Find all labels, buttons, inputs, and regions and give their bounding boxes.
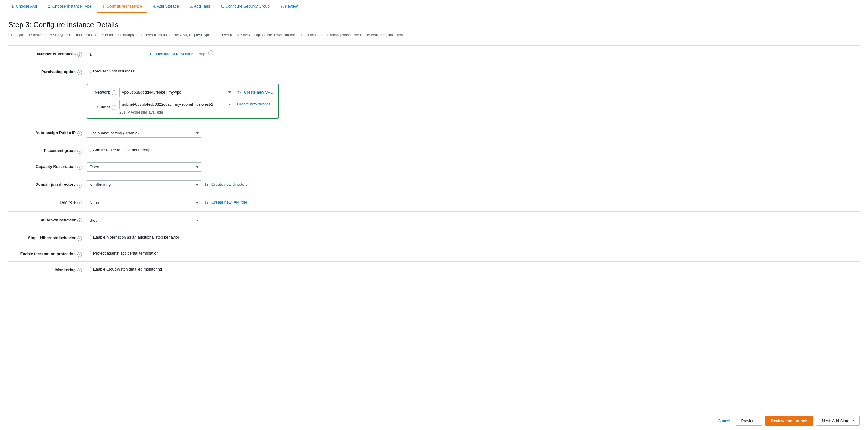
page-content: Step 3: Configure Instance Details Confi… [0, 13, 868, 296]
create-new-subnet-link[interactable]: Create new subnet [237, 102, 270, 106]
monitoring-info-icon[interactable]: i [77, 268, 82, 273]
subnet-select[interactable]: subnet-0d7bb4edc0322c6ac | my-subnet | u… [119, 100, 234, 109]
shutdown-behavior-row: Shutdown behavior i Stop Terminate [8, 212, 860, 229]
subnet-select-group: subnet-0d7bb4edc0322c6ac | my-subnet | u… [119, 100, 234, 114]
purchasing-option-info-icon[interactable]: i [77, 70, 82, 75]
nav-step-add-tags[interactable]: 5. Add Tags [184, 0, 216, 13]
enable-termination-protection-checkbox-label[interactable]: Protect against accidental termination [87, 250, 159, 255]
number-of-instances-label: Number of instances i [8, 50, 87, 57]
subnet-inner-row: Subnet i subnet-0d7bb4edc0322c6ac | my-s… [92, 100, 273, 114]
iam-role-select[interactable]: None [87, 198, 202, 207]
subnet-label: Subnet i [92, 105, 116, 110]
iam-role-refresh-icon[interactable]: ↻ [205, 198, 208, 206]
page-description: Configure the instance to suit your requ… [8, 32, 860, 38]
shutdown-behavior-info-icon[interactable]: i [77, 218, 82, 223]
subnet-ip-note: 251 IP Addresses available [119, 110, 234, 114]
purchasing-option-row: Purchasing option i Request Spot instanc… [8, 63, 860, 79]
network-info-icon[interactable]: i [112, 90, 116, 95]
network-subnet-border: Network i vpc-0c538dddd440febbe | my-vpc… [87, 84, 279, 119]
network-subnet-row: Network i vpc-0c538dddd440febbe | my-vpc… [8, 79, 860, 124]
network-inner-row: Network i vpc-0c538dddd440febbe | my-vpc… [92, 88, 273, 97]
shutdown-behavior-controls: Stop Terminate [87, 216, 860, 225]
iam-role-controls: None ↻ Create new IAM role [87, 198, 860, 207]
create-new-vpc-link[interactable]: Create new VPC [244, 90, 273, 94]
number-of-instances-input[interactable] [87, 50, 147, 59]
stop-hibernate-checkbox[interactable] [87, 235, 91, 239]
network-subnet-controls: Network i vpc-0c538dddd440febbe | my-vpc… [87, 84, 860, 120]
capacity-reservation-select[interactable]: Open [87, 163, 202, 172]
stop-hibernate-behavior-label: Stop - Hibernate behavior i [8, 234, 87, 241]
auto-assign-public-ip-row: Auto-assign Public IP i Use subnet setti… [8, 124, 860, 142]
iam-role-row: IAM role i None ↻ Create new IAM role [8, 194, 860, 212]
nav-step-review[interactable]: 7. Review [275, 0, 303, 13]
number-of-instances-controls: Launch into Auto Scaling Group i [87, 50, 860, 59]
domain-join-directory-label: Domain join directory i [8, 180, 87, 188]
auto-assign-public-ip-select[interactable]: Use subnet setting (Disable) Enable Disa… [87, 128, 202, 138]
monitoring-row: Monitoring i Enable CloudWatch detailed … [8, 261, 860, 273]
enable-termination-protection-controls: Protect against accidental termination [87, 250, 860, 255]
network-refresh-icon[interactable]: ↻ [237, 89, 241, 96]
stop-hibernate-behavior-row: Stop - Hibernate behavior i Enable hiber… [8, 229, 860, 246]
nav-step-choose-instance-type[interactable]: 2. Choose Instance Type [42, 0, 97, 13]
domain-join-directory-select[interactable]: No directory [87, 180, 202, 189]
auto-assign-public-ip-controls: Use subnet setting (Disable) Enable Disa… [87, 128, 860, 138]
monitoring-label: Monitoring i [8, 266, 87, 273]
enable-termination-protection-label: Enable termination protection i [8, 250, 87, 257]
number-of-instances-info-icon[interactable]: i [77, 52, 82, 57]
enable-termination-protection-row: Enable termination protection i Protect … [8, 246, 860, 261]
capacity-reservation-row: Capacity Reservation i Open [8, 158, 860, 176]
shutdown-behavior-label: Shutdown behavior i [8, 216, 87, 223]
stop-hibernate-checkbox-label[interactable]: Enable hibernation as an additional stop… [87, 234, 179, 239]
network-select[interactable]: vpc-0c538dddd440febbe | my-vpc [119, 88, 234, 97]
auto-assign-public-ip-info-icon[interactable]: i [77, 131, 82, 136]
nav-step-configure-instance[interactable]: 3. Configure Instance [97, 0, 148, 13]
number-of-instances-row: Number of instances i Launch into Auto S… [8, 46, 860, 63]
nav-step-configure-security-group[interactable]: 6. Configure Security Group [216, 0, 275, 13]
nav-step-add-storage[interactable]: 4. Add Storage [148, 0, 184, 13]
purchasing-option-controls: Request Spot instances [87, 68, 860, 74]
placement-group-info-icon[interactable]: i [77, 149, 82, 154]
request-spot-instances-checkbox[interactable] [87, 69, 91, 73]
shutdown-behavior-select[interactable]: Stop Terminate [87, 216, 202, 225]
create-new-iam-role-link[interactable]: Create new IAM role [211, 198, 247, 204]
wizard-nav: 1. Choose AMI 2. Choose Instance Type 3.… [0, 0, 868, 13]
page-title: Step 3: Configure Instance Details [8, 21, 860, 29]
placement-group-checkbox-label[interactable]: Add instance to placement group [87, 146, 151, 152]
stop-hibernate-behavior-controls: Enable hibernation as an additional stop… [87, 234, 860, 239]
monitoring-checkbox-label[interactable]: Enable CloudWatch detailed monitoring [87, 266, 162, 271]
create-new-directory-link[interactable]: Create new directory [211, 180, 248, 187]
capacity-reservation-label: Capacity Reservation i [8, 163, 87, 170]
placement-group-label: Placement group i [8, 146, 87, 154]
iam-role-label: IAM role i [8, 198, 87, 205]
monitoring-controls: Enable CloudWatch detailed monitoring [87, 266, 860, 271]
domain-join-directory-controls: No directory ↻ Create new directory [87, 180, 860, 189]
placement-group-row: Placement group i Add instance to placem… [8, 142, 860, 158]
request-spot-instances-checkbox-label[interactable]: Request Spot instances [87, 68, 134, 74]
nav-step-choose-ami[interactable]: 1. Choose AMI [6, 0, 42, 13]
stop-hibernate-behavior-info-icon[interactable]: i [77, 236, 82, 241]
enable-termination-protection-checkbox[interactable] [87, 251, 91, 255]
network-label: Network i [92, 90, 116, 95]
launch-auto-scaling-group-link[interactable]: Launch into Auto Scaling Group [150, 50, 206, 56]
purchasing-option-label: Purchasing option i [8, 68, 87, 75]
capacity-reservation-controls: Open [87, 163, 860, 172]
monitoring-checkbox[interactable] [87, 267, 91, 271]
domain-join-directory-refresh-icon[interactable]: ↻ [205, 180, 208, 188]
enable-termination-protection-info-icon[interactable]: i [77, 252, 82, 257]
placement-group-controls: Add instance to placement group [87, 146, 860, 152]
form-section: Number of instances i Launch into Auto S… [8, 45, 860, 273]
iam-role-info-icon[interactable]: i [77, 201, 82, 205]
subnet-info-icon[interactable]: i [112, 105, 116, 110]
capacity-reservation-info-icon[interactable]: i [77, 165, 82, 170]
auto-assign-public-ip-label: Auto-assign Public IP i [8, 128, 87, 136]
auto-scaling-info-icon[interactable]: i [208, 51, 213, 55]
network-subnet-spacer [8, 84, 87, 88]
placement-group-checkbox[interactable] [87, 148, 91, 152]
domain-join-directory-info-icon[interactable]: i [77, 183, 82, 188]
domain-join-directory-row: Domain join directory i No directory ↻ C… [8, 176, 860, 194]
